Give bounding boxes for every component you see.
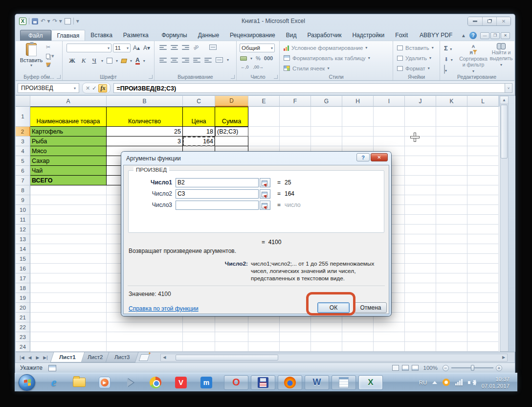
cell-G3[interactable] — [311, 136, 342, 146]
function-help-link[interactable]: Справка по этой функции — [129, 305, 199, 312]
insert-sheet-icon[interactable] — [139, 354, 150, 361]
row-header-7[interactable]: 7 — [16, 176, 30, 185]
chrome-icon[interactable] — [149, 376, 162, 389]
cell-F24[interactable] — [280, 342, 311, 352]
undo-icon[interactable]: ↶ ▾ — [41, 18, 50, 24]
row-header-1[interactable]: 1 — [16, 107, 30, 127]
cell-K13[interactable] — [436, 234, 467, 244]
cell-G22[interactable] — [311, 322, 342, 332]
cell-L13[interactable] — [467, 234, 499, 244]
cell-F22[interactable] — [280, 322, 311, 332]
cell-K5[interactable] — [436, 156, 467, 166]
row-header-8[interactable]: 8 — [16, 185, 30, 195]
cell-L20[interactable] — [467, 303, 499, 313]
range-picker-icon[interactable] — [260, 201, 270, 210]
floppy-app-taskbar-button[interactable] — [251, 375, 275, 390]
media-player-icon[interactable]: ▶ — [98, 376, 111, 389]
accounting-format-icon[interactable] — [240, 56, 247, 61]
touch-mode-icon[interactable] — [65, 18, 71, 24]
cell-K19[interactable] — [436, 293, 467, 303]
maxthon-icon[interactable]: m — [200, 376, 213, 389]
row-header-22[interactable]: 22 — [16, 322, 30, 332]
cell-A23[interactable] — [30, 332, 107, 342]
cell-L12[interactable] — [467, 225, 499, 234]
cell-A21[interactable] — [30, 313, 107, 322]
cell-J11[interactable] — [405, 215, 436, 225]
cell-L1[interactable] — [467, 107, 499, 127]
horizontal-scrollbar[interactable]: ◀ ▶ — [160, 354, 508, 362]
dialog-title[interactable]: Аргументы функции — [121, 152, 391, 165]
cell-A2[interactable]: Картофель — [30, 127, 107, 136]
cell-J9[interactable] — [405, 195, 436, 205]
argument-input-Число2[interactable]: C3 — [176, 189, 259, 199]
network-icon[interactable] — [455, 379, 463, 385]
cell-J4[interactable] — [405, 146, 436, 156]
cell-H1[interactable] — [342, 107, 374, 127]
cell-C23[interactable] — [183, 332, 215, 342]
cell-J3[interactable] — [405, 136, 436, 146]
vivaldi-icon[interactable]: V — [174, 376, 188, 389]
cell-A1[interactable]: Наименование товара — [30, 107, 107, 127]
help-icon[interactable]: ? — [469, 32, 477, 39]
cell-K15[interactable] — [436, 254, 467, 264]
firefox-taskbar-button[interactable] — [278, 375, 302, 390]
row-header-9[interactable]: 9 — [16, 195, 30, 205]
minimize-button[interactable] — [468, 17, 482, 25]
row-header-15[interactable]: 15 — [16, 254, 30, 264]
column-header-B[interactable]: B — [107, 96, 183, 107]
number-format-select[interactable]: Общий▾ — [240, 44, 275, 52]
cell-A14[interactable] — [30, 244, 107, 254]
align-left-button[interactable] — [159, 58, 167, 63]
merge-center-button[interactable] — [216, 57, 223, 63]
cell-F2[interactable] — [280, 127, 311, 136]
dialog-launcher-icon[interactable] — [231, 75, 235, 79]
align-top-button[interactable] — [159, 45, 167, 50]
row-header-5[interactable]: 5 — [16, 156, 30, 166]
column-header-F[interactable]: F — [280, 96, 311, 107]
insert-function-icon[interactable]: fx — [98, 84, 107, 92]
cell-J17[interactable] — [405, 273, 436, 283]
cell-F1[interactable] — [280, 107, 311, 127]
cell-J16[interactable] — [405, 264, 436, 273]
cell-A9[interactable] — [30, 195, 107, 205]
excel-taskbar-button[interactable]: X — [358, 375, 383, 390]
fill-button[interactable]: ⬇ ▾ — [444, 54, 453, 63]
cell-L24[interactable] — [467, 342, 499, 352]
cell-B2[interactable]: 25 — [107, 127, 183, 136]
cell-G1[interactable] — [311, 107, 342, 127]
column-header-C[interactable]: C — [183, 96, 215, 107]
zoom-out-icon[interactable]: − — [443, 365, 449, 371]
first-sheet-icon[interactable]: |◀ — [19, 355, 25, 360]
cell-J19[interactable] — [405, 293, 436, 303]
cell-C22[interactable] — [183, 322, 215, 332]
column-header-H[interactable]: H — [342, 96, 374, 107]
cell-A18[interactable] — [30, 283, 107, 293]
save-icon[interactable] — [32, 18, 38, 24]
cell-J12[interactable] — [405, 225, 436, 234]
font-name-select[interactable]: ▾ — [66, 44, 111, 52]
decrease-indent-button[interactable] — [193, 58, 200, 63]
cell-H23[interactable] — [342, 332, 374, 342]
cell-B1[interactable]: Количество — [107, 107, 183, 127]
cell-L6[interactable] — [467, 166, 499, 176]
wrap-text-button[interactable] — [209, 45, 217, 50]
column-header-K[interactable]: K — [436, 96, 467, 107]
vertical-scroll-thumb[interactable] — [501, 105, 508, 158]
row-header-21[interactable]: 21 — [16, 313, 30, 322]
cell-D22[interactable] — [215, 322, 248, 332]
cell-J14[interactable] — [405, 244, 436, 254]
cell-L4[interactable] — [467, 146, 499, 156]
cell-E24[interactable] — [248, 342, 280, 352]
cell-H24[interactable] — [342, 342, 374, 352]
row-header-16[interactable]: 16 — [16, 264, 30, 273]
cell-C1[interactable]: Цена — [183, 107, 215, 127]
cell-J1[interactable] — [405, 107, 436, 127]
clock[interactable]: 10:37 07.01.2017 — [481, 376, 510, 389]
fill-color-button[interactable] — [121, 59, 127, 63]
tab-file[interactable]: Файл — [20, 30, 51, 41]
formula-input[interactable]: =ПРОИЗВЕД(B2;C3) — [113, 83, 505, 93]
internet-explorer-icon[interactable]: e — [47, 376, 61, 389]
cell-H22[interactable] — [342, 322, 374, 332]
cell-D23[interactable] — [215, 332, 248, 342]
font-size-select[interactable]: 11▾ — [113, 44, 131, 52]
